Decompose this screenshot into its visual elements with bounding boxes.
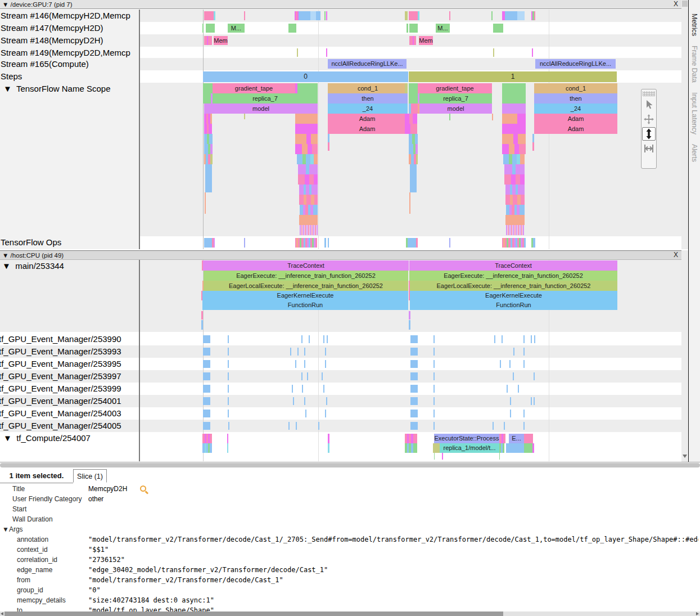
detail-key--args[interactable]: ▼Args xyxy=(2,525,23,533)
trace-event[interactable] xyxy=(304,397,305,405)
trace-event[interactable] xyxy=(202,24,204,33)
trace-event[interactable] xyxy=(500,360,501,368)
trace-event[interactable] xyxy=(505,215,525,225)
trace-event[interactable] xyxy=(523,225,524,235)
trace-event[interactable] xyxy=(228,348,229,356)
trace-event[interactable] xyxy=(508,225,509,235)
trace-event[interactable] xyxy=(244,238,245,248)
trace-event[interactable]: then xyxy=(328,93,408,104)
trace-event[interactable] xyxy=(513,195,517,205)
trace-event[interactable] xyxy=(326,397,327,405)
trace-event[interactable] xyxy=(228,397,229,405)
trace-event[interactable] xyxy=(328,238,329,248)
trace-event[interactable] xyxy=(209,134,213,144)
trace-event[interactable] xyxy=(514,144,519,154)
trace-event[interactable] xyxy=(228,335,229,343)
trace-event[interactable] xyxy=(288,422,290,430)
trace-event[interactable]: M... xyxy=(228,24,245,33)
track-label-host-0[interactable]: ▼ main/253344 xyxy=(2,261,143,272)
trace-event[interactable] xyxy=(298,174,305,185)
trace-event[interactable] xyxy=(509,360,511,368)
trace-event[interactable] xyxy=(298,164,306,174)
trace-event[interactable] xyxy=(326,11,327,20)
trace-event[interactable]: Adam xyxy=(328,124,407,134)
trace-event[interactable] xyxy=(302,385,303,393)
trace-event[interactable] xyxy=(523,335,525,343)
trace-event[interactable] xyxy=(295,124,318,134)
trace-event[interactable] xyxy=(317,225,318,235)
trace-event[interactable] xyxy=(210,114,212,124)
trace-event[interactable]: 0 xyxy=(203,71,408,82)
trace-event[interactable] xyxy=(306,195,311,205)
trace-event[interactable] xyxy=(433,372,435,380)
trace-event[interactable]: _24 xyxy=(328,104,408,114)
trace-event[interactable]: model xyxy=(204,104,318,114)
trace-event[interactable]: FunctionRun xyxy=(202,300,408,310)
trace-event[interactable] xyxy=(523,360,525,368)
trace-event[interactable] xyxy=(504,174,511,185)
trace-event[interactable] xyxy=(228,372,229,380)
trace-event[interactable] xyxy=(210,443,212,453)
trace-event[interactable] xyxy=(520,154,525,164)
trace-event[interactable] xyxy=(227,443,228,453)
trace-event[interactable] xyxy=(516,225,517,235)
trace-event[interactable] xyxy=(532,443,534,453)
trace-event[interactable]: ncclAllReduceRingLLKe... xyxy=(328,59,407,69)
trace-event[interactable] xyxy=(504,422,505,430)
trace-event[interactable] xyxy=(309,174,314,185)
trace-event[interactable] xyxy=(297,154,302,164)
trace-event[interactable] xyxy=(326,48,327,57)
trace-event[interactable] xyxy=(208,36,212,45)
trace-event[interactable] xyxy=(206,24,215,33)
trace-event[interactable] xyxy=(228,385,229,393)
trace-event[interactable] xyxy=(313,205,318,215)
trace-event[interactable] xyxy=(203,385,210,393)
trace-event[interactable] xyxy=(513,134,518,144)
trace-event[interactable] xyxy=(409,320,410,330)
trace-event[interactable] xyxy=(504,164,512,174)
trace-event[interactable] xyxy=(311,134,318,144)
trace-event[interactable] xyxy=(297,348,299,356)
trace-event[interactable] xyxy=(293,397,294,405)
trace-event[interactable] xyxy=(204,11,214,20)
trace-event[interactable] xyxy=(318,422,319,430)
trace-event[interactable]: EagerKernelExecute xyxy=(410,291,617,300)
host-scrollbar-down-arrow-icon[interactable] xyxy=(683,455,687,458)
trace-event[interactable] xyxy=(306,154,310,164)
trace-event[interactable] xyxy=(433,360,435,368)
trace-event[interactable] xyxy=(228,360,229,368)
trace-event[interactable]: cond_1 xyxy=(534,83,617,93)
trace-event[interactable] xyxy=(405,114,409,124)
trace-event[interactable] xyxy=(502,134,513,144)
trace-event[interactable] xyxy=(409,24,418,33)
trace-event[interactable] xyxy=(325,348,326,356)
trace-event[interactable] xyxy=(524,443,532,453)
trace-event[interactable] xyxy=(407,24,408,33)
trace-event[interactable]: EagerExecute: __inference_train_function… xyxy=(409,271,617,281)
trace-event[interactable] xyxy=(209,124,212,134)
trace-event[interactable] xyxy=(433,422,435,430)
trace-event[interactable] xyxy=(214,238,215,248)
trace-event[interactable] xyxy=(494,335,495,343)
trace-event[interactable] xyxy=(510,397,511,405)
trace-event[interactable] xyxy=(203,83,213,93)
gpu-scrollbar-thumb[interactable] xyxy=(682,1,688,7)
trace-event[interactable] xyxy=(442,453,443,460)
trace-event[interactable] xyxy=(327,335,328,343)
sidebar-tab-input-latency[interactable]: Input Latency xyxy=(690,92,698,134)
trace-event[interactable] xyxy=(514,225,516,235)
trace-event[interactable] xyxy=(315,225,316,235)
trace-event[interactable] xyxy=(409,144,413,154)
zoom-vertical-tool-button[interactable] xyxy=(642,127,656,141)
trace-event[interactable] xyxy=(288,24,296,33)
trace-event[interactable] xyxy=(297,48,298,57)
trace-event[interactable] xyxy=(502,114,517,124)
trace-event[interactable] xyxy=(523,348,525,356)
trace-event[interactable]: model xyxy=(419,104,492,114)
trace-event[interactable] xyxy=(521,195,525,205)
trace-event[interactable] xyxy=(449,11,450,20)
trace-event[interactable] xyxy=(534,11,535,20)
trace-event[interactable] xyxy=(227,434,228,443)
trace-event[interactable] xyxy=(433,385,435,393)
trace-event[interactable]: Mem xyxy=(419,36,433,45)
